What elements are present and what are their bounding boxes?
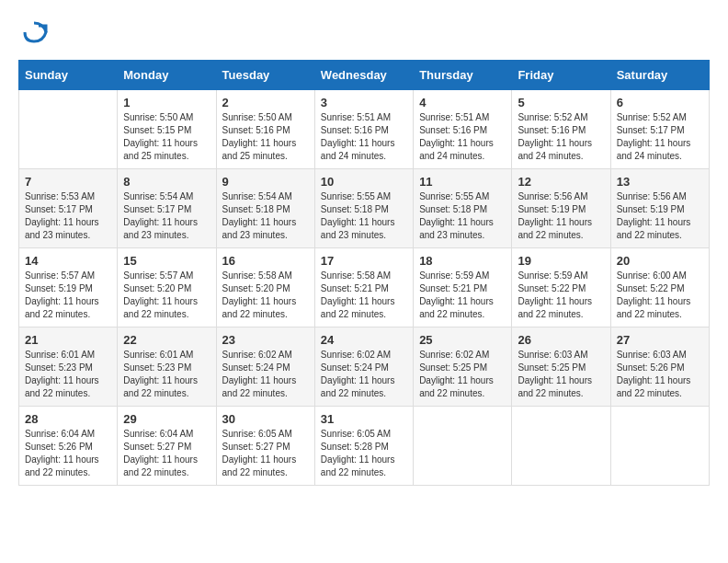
calendar-cell: 23Sunrise: 6:02 AM Sunset: 5:24 PM Dayli… (216, 327, 314, 407)
day-info: Sunrise: 5:54 AM Sunset: 5:17 PM Dayligh… (123, 190, 210, 242)
calendar-cell: 2Sunrise: 5:50 AM Sunset: 5:16 PM Daylig… (216, 90, 314, 169)
calendar-cell: 19Sunrise: 5:59 AM Sunset: 5:22 PM Dayli… (512, 248, 610, 327)
calendar-cell (19, 90, 118, 169)
day-info: Sunrise: 5:50 AM Sunset: 5:16 PM Dayligh… (222, 111, 309, 163)
day-number: 19 (518, 254, 604, 268)
calendar-week-row: 28Sunrise: 6:04 AM Sunset: 5:26 PM Dayli… (19, 407, 710, 486)
day-of-week-header: Thursday (414, 61, 512, 90)
calendar-cell: 27Sunrise: 6:03 AM Sunset: 5:26 PM Dayli… (610, 327, 709, 407)
day-info: Sunrise: 6:03 AM Sunset: 5:25 PM Dayligh… (518, 349, 604, 400)
calendar-cell: 18Sunrise: 5:59 AM Sunset: 5:21 PM Dayli… (414, 248, 512, 327)
day-number: 4 (419, 96, 506, 109)
day-number: 25 (419, 333, 506, 347)
day-info: Sunrise: 5:50 AM Sunset: 5:15 PM Dayligh… (123, 111, 210, 163)
calendar-cell: 30Sunrise: 6:05 AM Sunset: 5:27 PM Dayli… (216, 407, 314, 486)
day-info: Sunrise: 5:55 AM Sunset: 5:18 PM Dayligh… (419, 190, 506, 242)
day-info: Sunrise: 6:05 AM Sunset: 5:28 PM Dayligh… (321, 428, 407, 479)
day-number: 10 (321, 175, 407, 189)
day-number: 28 (25, 412, 111, 426)
day-info: Sunrise: 6:03 AM Sunset: 5:26 PM Dayligh… (617, 349, 703, 400)
day-number: 31 (321, 412, 407, 426)
calendar-cell: 14Sunrise: 5:57 AM Sunset: 5:19 PM Dayli… (19, 248, 118, 327)
calendar-cell (512, 407, 610, 486)
calendar-table: SundayMondayTuesdayWednesdayThursdayFrid… (18, 60, 710, 486)
calendar-cell: 17Sunrise: 5:58 AM Sunset: 5:21 PM Dayli… (314, 248, 413, 327)
day-info: Sunrise: 5:59 AM Sunset: 5:21 PM Dayligh… (419, 270, 506, 321)
day-number: 16 (222, 254, 309, 268)
day-number: 14 (25, 254, 111, 268)
day-number: 26 (518, 333, 604, 347)
calendar-cell: 25Sunrise: 6:02 AM Sunset: 5:25 PM Dayli… (414, 327, 512, 407)
day-number: 15 (123, 254, 210, 268)
day-number: 9 (222, 175, 309, 189)
day-number: 24 (321, 333, 407, 347)
day-of-week-header: Tuesday (216, 61, 314, 90)
calendar-header-row: SundayMondayTuesdayWednesdayThursdayFrid… (19, 61, 710, 90)
calendar-cell: 13Sunrise: 5:56 AM Sunset: 5:19 PM Dayli… (610, 169, 709, 248)
day-info: Sunrise: 6:02 AM Sunset: 5:25 PM Dayligh… (419, 349, 506, 400)
day-info: Sunrise: 6:01 AM Sunset: 5:23 PM Dayligh… (25, 349, 111, 400)
day-number: 22 (123, 333, 210, 347)
day-number: 1 (123, 96, 210, 109)
calendar-cell: 22Sunrise: 6:01 AM Sunset: 5:23 PM Dayli… (118, 327, 216, 407)
day-number: 5 (518, 96, 604, 109)
calendar-cell: 8Sunrise: 5:54 AM Sunset: 5:17 PM Daylig… (118, 169, 216, 248)
day-info: Sunrise: 6:05 AM Sunset: 5:27 PM Dayligh… (222, 428, 309, 479)
day-number: 6 (617, 96, 703, 109)
logo-icon (20, 18, 48, 46)
calendar-cell: 29Sunrise: 6:04 AM Sunset: 5:27 PM Dayli… (118, 407, 216, 486)
day-number: 27 (617, 333, 703, 347)
calendar-cell: 31Sunrise: 6:05 AM Sunset: 5:28 PM Dayli… (314, 407, 413, 486)
day-number: 23 (222, 333, 309, 347)
logo (18, 18, 48, 51)
day-number: 2 (222, 96, 309, 109)
day-info: Sunrise: 5:58 AM Sunset: 5:21 PM Dayligh… (321, 270, 407, 321)
day-of-week-header: Wednesday (314, 61, 413, 90)
day-info: Sunrise: 6:00 AM Sunset: 5:22 PM Dayligh… (617, 270, 703, 321)
day-info: Sunrise: 5:57 AM Sunset: 5:20 PM Dayligh… (123, 270, 210, 321)
calendar-cell: 16Sunrise: 5:58 AM Sunset: 5:20 PM Dayli… (216, 248, 314, 327)
day-info: Sunrise: 6:04 AM Sunset: 5:26 PM Dayligh… (25, 428, 111, 479)
calendar-cell: 3Sunrise: 5:51 AM Sunset: 5:16 PM Daylig… (314, 90, 413, 169)
day-info: Sunrise: 5:57 AM Sunset: 5:19 PM Dayligh… (25, 270, 111, 321)
day-info: Sunrise: 6:02 AM Sunset: 5:24 PM Dayligh… (222, 349, 309, 400)
calendar-cell: 11Sunrise: 5:55 AM Sunset: 5:18 PM Dayli… (414, 169, 512, 248)
day-number: 12 (518, 175, 604, 189)
calendar-cell (610, 407, 709, 486)
day-number: 8 (123, 175, 210, 189)
day-of-week-header: Sunday (19, 61, 118, 90)
calendar-cell: 26Sunrise: 6:03 AM Sunset: 5:25 PM Dayli… (512, 327, 610, 407)
day-info: Sunrise: 5:56 AM Sunset: 5:19 PM Dayligh… (617, 190, 703, 242)
day-info: Sunrise: 6:02 AM Sunset: 5:24 PM Dayligh… (321, 349, 407, 400)
day-info: Sunrise: 5:51 AM Sunset: 5:16 PM Dayligh… (419, 111, 506, 163)
calendar-cell: 10Sunrise: 5:55 AM Sunset: 5:18 PM Dayli… (314, 169, 413, 248)
day-info: Sunrise: 5:55 AM Sunset: 5:18 PM Dayligh… (321, 190, 407, 242)
day-of-week-header: Monday (118, 61, 216, 90)
day-info: Sunrise: 5:59 AM Sunset: 5:22 PM Dayligh… (518, 270, 604, 321)
day-number: 11 (419, 175, 506, 189)
day-number: 18 (419, 254, 506, 268)
day-info: Sunrise: 5:58 AM Sunset: 5:20 PM Dayligh… (222, 270, 309, 321)
calendar-cell: 20Sunrise: 6:00 AM Sunset: 5:22 PM Dayli… (610, 248, 709, 327)
day-number: 21 (25, 333, 111, 347)
day-info: Sunrise: 5:52 AM Sunset: 5:17 PM Dayligh… (617, 111, 703, 163)
calendar-cell: 21Sunrise: 6:01 AM Sunset: 5:23 PM Dayli… (19, 327, 118, 407)
calendar-cell: 5Sunrise: 5:52 AM Sunset: 5:16 PM Daylig… (512, 90, 610, 169)
calendar-week-row: 7Sunrise: 5:53 AM Sunset: 5:17 PM Daylig… (19, 169, 710, 248)
day-number: 3 (321, 96, 407, 109)
page-header (18, 18, 710, 51)
day-of-week-header: Friday (512, 61, 610, 90)
day-of-week-header: Saturday (610, 61, 709, 90)
calendar-week-row: 1Sunrise: 5:50 AM Sunset: 5:15 PM Daylig… (19, 90, 710, 169)
calendar-cell: 7Sunrise: 5:53 AM Sunset: 5:17 PM Daylig… (19, 169, 118, 248)
day-number: 30 (222, 412, 309, 426)
day-info: Sunrise: 5:56 AM Sunset: 5:19 PM Dayligh… (518, 190, 604, 242)
calendar-cell: 24Sunrise: 6:02 AM Sunset: 5:24 PM Dayli… (314, 327, 413, 407)
day-info: Sunrise: 5:53 AM Sunset: 5:17 PM Dayligh… (25, 190, 111, 242)
calendar-cell: 9Sunrise: 5:54 AM Sunset: 5:18 PM Daylig… (216, 169, 314, 248)
calendar-cell (414, 407, 512, 486)
day-info: Sunrise: 6:01 AM Sunset: 5:23 PM Dayligh… (123, 349, 210, 400)
calendar-cell: 15Sunrise: 5:57 AM Sunset: 5:20 PM Dayli… (118, 248, 216, 327)
day-info: Sunrise: 6:04 AM Sunset: 5:27 PM Dayligh… (123, 428, 210, 479)
day-number: 13 (617, 175, 703, 189)
